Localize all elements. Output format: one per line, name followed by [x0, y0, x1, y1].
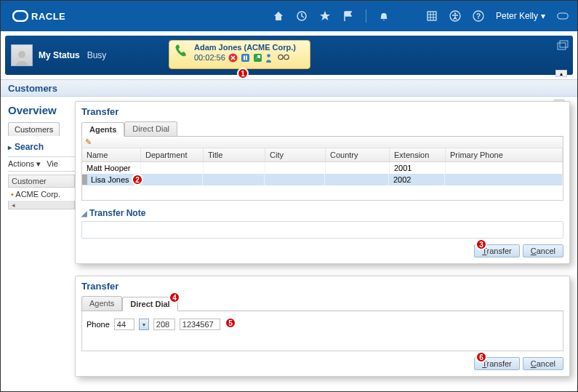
phone-label: Phone: [87, 320, 110, 329]
cancel-button[interactable]: Cancel: [523, 244, 563, 257]
status-label: My Status: [39, 50, 80, 60]
tab-customers[interactable]: Customers: [8, 122, 60, 136]
phone-number-input[interactable]: [180, 319, 220, 330]
active-call-chip[interactable]: Adam Jones (ACME Corp.) 00:02:56: [169, 40, 310, 69]
svg-point-9: [18, 51, 25, 58]
transfer-panel-directdial: Transfer Agents Direct Dial 4 Phone ▾ ✎ …: [75, 276, 570, 377]
tab-agents[interactable]: Agents: [81, 296, 122, 311]
transfer-title: Transfer: [81, 281, 563, 292]
country-code-input[interactable]: [114, 319, 135, 330]
svg-rect-11: [241, 54, 249, 62]
view-menu[interactable]: Vie: [47, 159, 58, 169]
col-title[interactable]: Title: [204, 148, 265, 161]
hold-call-icon[interactable]: [241, 53, 250, 63]
customer-column-header: Customer: [8, 175, 75, 188]
area-code-input[interactable]: [153, 319, 175, 330]
page-header-strip: Customers: [1, 79, 577, 97]
link-icon[interactable]: [278, 53, 287, 63]
call-time: 00:02:56: [194, 53, 225, 63]
annotation-badge-3: 3: [475, 239, 487, 250]
sidebar: Overview Customers Search Actions ▾ Vie …: [8, 101, 75, 388]
brand-logo: RACLE: [9, 1, 82, 31]
col-extension[interactable]: Extension: [390, 148, 446, 161]
user-name: Peter Kelly: [496, 11, 538, 21]
svg-text:RACLE: RACLE: [31, 11, 65, 22]
customer-name: ACME Corp.: [15, 190, 60, 199]
annotation-badge-5: 5: [225, 317, 236, 329]
cell-ext: 2002: [389, 174, 445, 185]
col-primary-phone[interactable]: Primary Phone: [446, 148, 563, 161]
transfer-note-input[interactable]: [81, 221, 563, 239]
cell-dept: [140, 174, 203, 185]
tab-agents[interactable]: Agents: [81, 122, 124, 137]
agents-grid: ✎ Name Department Title City Country Ext…: [81, 137, 563, 201]
star-icon[interactable]: [319, 10, 331, 22]
stack-icon[interactable]: [557, 40, 569, 52]
annotation-badge-2: 2: [132, 174, 143, 185]
tab-direct-dial[interactable]: Direct Dial: [124, 121, 177, 136]
agent-status-bar: My Status Busy Adam Jones (ACME Corp.) 0…: [5, 36, 573, 75]
topbar-icons: ? Peter Kelly▾: [273, 9, 569, 23]
svg-rect-13: [246, 56, 247, 60]
bell-icon[interactable]: [378, 10, 390, 22]
cell-country: [326, 162, 390, 174]
loop-icon[interactable]: [557, 10, 569, 22]
fire-icon[interactable]: ✎: [85, 137, 92, 147]
home-icon[interactable]: [273, 10, 284, 22]
user-menu[interactable]: Peter Kelly▾: [496, 11, 545, 21]
svg-rect-19: [560, 41, 568, 47]
cancel-button[interactable]: Cancel: [523, 357, 563, 370]
cell-title: [204, 162, 265, 174]
phone-icon: [174, 43, 190, 66]
global-topbar: RACLE ? Peter Kelly▾: [1, 1, 577, 31]
agent-row-selected[interactable]: Lisa Jones 2002 2: [82, 174, 563, 185]
svg-point-15: [267, 54, 270, 57]
dropdown-caret-icon: ▾: [541, 11, 545, 21]
col-name[interactable]: Name: [82, 148, 141, 161]
search-header[interactable]: Search: [8, 142, 75, 152]
end-call-icon[interactable]: [228, 53, 238, 63]
cell-phone: [446, 162, 563, 174]
transfer-title: Transfer: [81, 106, 563, 117]
svg-point-5: [454, 12, 457, 15]
svg-point-16: [278, 55, 283, 59]
svg-rect-14: [254, 54, 262, 62]
svg-point-17: [284, 55, 289, 59]
sidebar-hscroll[interactable]: ◂: [8, 201, 75, 209]
transfer-call-icon[interactable]: [253, 53, 262, 63]
svg-rect-8: [558, 13, 568, 19]
page-title: Customers: [8, 83, 57, 94]
col-department[interactable]: Department: [141, 148, 204, 161]
status-value[interactable]: Busy: [87, 50, 107, 60]
cell-city: [265, 174, 325, 185]
actions-menu[interactable]: Actions ▾: [8, 159, 41, 169]
svg-rect-18: [558, 43, 566, 49]
cell-phone: [445, 174, 563, 185]
accessibility-icon[interactable]: [449, 10, 461, 22]
svg-rect-0: [13, 11, 28, 21]
grid-icon[interactable]: [426, 10, 438, 22]
person-icon[interactable]: [265, 53, 275, 63]
cell-country: [325, 174, 389, 185]
cell-dept: [141, 162, 204, 174]
cell-city: [265, 162, 326, 174]
call-contact: Adam Jones (ACME Corp.): [194, 43, 296, 52]
annotation-badge-4: 4: [169, 292, 180, 303]
svg-text:?: ?: [476, 12, 481, 20]
svg-rect-12: [244, 56, 245, 60]
transfer-note-header[interactable]: ◢Transfer Note: [81, 208, 563, 218]
country-code-dropdown[interactable]: ▾: [139, 319, 149, 330]
annotation-badge-6: 6: [475, 351, 487, 363]
collapse-arrow-icon[interactable]: ▴: [555, 70, 567, 77]
agent-row[interactable]: Matt Hooper 2001: [82, 162, 563, 174]
avatar: [11, 44, 33, 66]
help-icon[interactable]: ?: [473, 10, 484, 22]
svg-rect-3: [428, 12, 436, 20]
flag-icon[interactable]: [342, 10, 354, 22]
col-city[interactable]: City: [265, 148, 326, 161]
transfer-panel-agents: Transfer Agents Direct Dial ✎ Name Depar…: [75, 101, 570, 264]
clock-icon[interactable]: [296, 10, 308, 22]
customer-row[interactable]: • ACME Corp.: [8, 188, 75, 201]
col-country[interactable]: Country: [326, 148, 390, 161]
overview-title: Overview: [8, 104, 75, 116]
